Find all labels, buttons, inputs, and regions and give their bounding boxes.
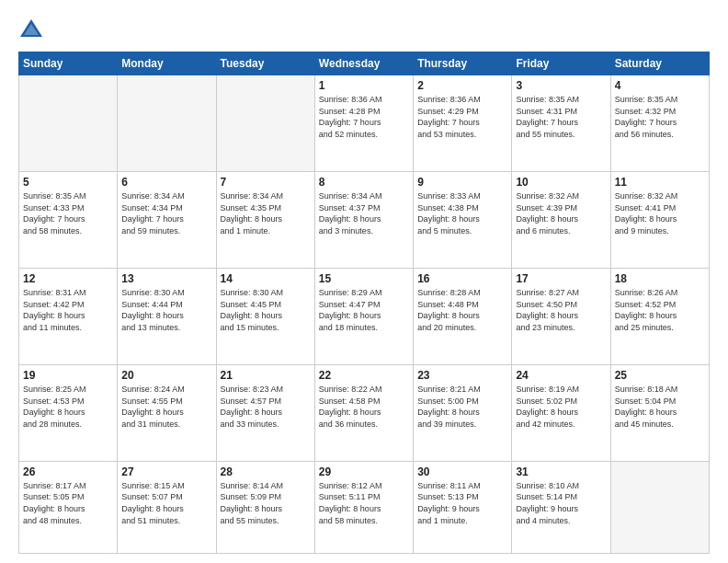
- day-info: Sunrise: 8:25 AM Sunset: 4:53 PM Dayligh…: [23, 384, 113, 430]
- day-number: 15: [319, 272, 409, 285]
- calendar-week-row: 5Sunrise: 8:35 AM Sunset: 4:33 PM Daylig…: [19, 171, 710, 268]
- calendar-cell: 12Sunrise: 8:31 AM Sunset: 4:42 PM Dayli…: [19, 268, 118, 364]
- day-info: Sunrise: 8:14 AM Sunset: 5:09 PM Dayligh…: [221, 480, 311, 526]
- calendar-cell: 8Sunrise: 8:34 AM Sunset: 4:37 PM Daylig…: [314, 171, 413, 268]
- day-number: 17: [516, 272, 606, 285]
- day-info: Sunrise: 8:28 AM Sunset: 4:48 PM Dayligh…: [417, 287, 507, 333]
- day-number: 21: [221, 369, 311, 382]
- calendar-cell: 16Sunrise: 8:28 AM Sunset: 4:48 PM Dayli…: [414, 268, 512, 364]
- day-number: 28: [221, 465, 311, 478]
- calendar-cell: 27Sunrise: 8:15 AM Sunset: 5:07 PM Dayli…: [118, 461, 216, 553]
- day-number: 19: [23, 369, 113, 382]
- day-number: 30: [417, 465, 507, 478]
- day-number: 6: [121, 176, 211, 189]
- day-number: 26: [23, 465, 113, 478]
- logo-icon: [18, 17, 44, 42]
- calendar-cell: 13Sunrise: 8:30 AM Sunset: 4:44 PM Dayli…: [118, 268, 216, 364]
- weekday-header-sunday: Sunday: [19, 52, 118, 75]
- calendar-cell: [610, 461, 709, 553]
- day-info: Sunrise: 8:36 AM Sunset: 4:29 PM Dayligh…: [417, 94, 507, 140]
- calendar-cell: 20Sunrise: 8:24 AM Sunset: 4:55 PM Dayli…: [118, 364, 216, 461]
- day-number: 22: [319, 369, 409, 382]
- calendar-cell: [216, 75, 314, 172]
- calendar-cell: 1Sunrise: 8:36 AM Sunset: 4:28 PM Daylig…: [314, 75, 413, 172]
- header: [18, 17, 710, 42]
- calendar-cell: 26Sunrise: 8:17 AM Sunset: 5:05 PM Dayli…: [19, 461, 118, 553]
- calendar-cell: 2Sunrise: 8:36 AM Sunset: 4:29 PM Daylig…: [414, 75, 512, 172]
- calendar-cell: 15Sunrise: 8:29 AM Sunset: 4:47 PM Dayli…: [314, 268, 413, 364]
- calendar-header-row: SundayMondayTuesdayWednesdayThursdayFrid…: [19, 52, 710, 75]
- day-number: 16: [417, 272, 507, 285]
- day-number: 29: [319, 465, 409, 478]
- weekday-header-friday: Friday: [512, 52, 610, 75]
- weekday-header-saturday: Saturday: [610, 52, 709, 75]
- day-number: 9: [417, 176, 507, 189]
- calendar-cell: 17Sunrise: 8:27 AM Sunset: 4:50 PM Dayli…: [512, 268, 610, 364]
- calendar-week-row: 26Sunrise: 8:17 AM Sunset: 5:05 PM Dayli…: [19, 461, 710, 553]
- day-info: Sunrise: 8:18 AM Sunset: 5:04 PM Dayligh…: [615, 384, 705, 430]
- day-info: Sunrise: 8:26 AM Sunset: 4:52 PM Dayligh…: [615, 287, 705, 333]
- calendar-cell: 5Sunrise: 8:35 AM Sunset: 4:33 PM Daylig…: [19, 171, 118, 268]
- weekday-header-thursday: Thursday: [414, 52, 512, 75]
- day-info: Sunrise: 8:30 AM Sunset: 4:44 PM Dayligh…: [121, 287, 211, 333]
- day-info: Sunrise: 8:36 AM Sunset: 4:28 PM Dayligh…: [319, 94, 409, 140]
- day-number: 5: [23, 176, 113, 189]
- calendar-cell: 9Sunrise: 8:33 AM Sunset: 4:38 PM Daylig…: [414, 171, 512, 268]
- weekday-header-tuesday: Tuesday: [216, 52, 314, 75]
- day-info: Sunrise: 8:21 AM Sunset: 5:00 PM Dayligh…: [417, 384, 507, 430]
- day-number: 25: [615, 369, 705, 382]
- calendar-cell: 6Sunrise: 8:34 AM Sunset: 4:34 PM Daylig…: [118, 171, 216, 268]
- day-info: Sunrise: 8:35 AM Sunset: 4:33 PM Dayligh…: [23, 190, 113, 236]
- calendar-week-row: 12Sunrise: 8:31 AM Sunset: 4:42 PM Dayli…: [19, 268, 710, 364]
- calendar-cell: 30Sunrise: 8:11 AM Sunset: 5:13 PM Dayli…: [414, 461, 512, 553]
- day-number: 13: [121, 272, 211, 285]
- calendar-cell: 10Sunrise: 8:32 AM Sunset: 4:39 PM Dayli…: [512, 171, 610, 268]
- day-number: 18: [615, 272, 705, 285]
- day-number: 23: [417, 369, 507, 382]
- weekday-header-wednesday: Wednesday: [314, 52, 413, 75]
- weekday-header-monday: Monday: [118, 52, 216, 75]
- day-number: 1: [319, 79, 409, 92]
- calendar-table: SundayMondayTuesdayWednesdayThursdayFrid…: [18, 52, 710, 554]
- page: SundayMondayTuesdayWednesdayThursdayFrid…: [0, 0, 728, 563]
- day-info: Sunrise: 8:30 AM Sunset: 4:45 PM Dayligh…: [221, 287, 311, 333]
- day-number: 3: [516, 79, 606, 92]
- day-number: 24: [516, 369, 606, 382]
- day-number: 14: [221, 272, 311, 285]
- day-info: Sunrise: 8:27 AM Sunset: 4:50 PM Dayligh…: [516, 287, 606, 333]
- day-info: Sunrise: 8:29 AM Sunset: 4:47 PM Dayligh…: [319, 287, 409, 333]
- day-number: 7: [221, 176, 311, 189]
- day-number: 11: [615, 176, 705, 189]
- day-info: Sunrise: 8:35 AM Sunset: 4:31 PM Dayligh…: [516, 94, 606, 140]
- calendar-cell: 18Sunrise: 8:26 AM Sunset: 4:52 PM Dayli…: [610, 268, 709, 364]
- calendar-week-row: 1Sunrise: 8:36 AM Sunset: 4:28 PM Daylig…: [19, 75, 710, 172]
- calendar-cell: 28Sunrise: 8:14 AM Sunset: 5:09 PM Dayli…: [216, 461, 314, 553]
- calendar-cell: 3Sunrise: 8:35 AM Sunset: 4:31 PM Daylig…: [512, 75, 610, 172]
- logo: [18, 17, 48, 42]
- day-number: 12: [23, 272, 113, 285]
- day-info: Sunrise: 8:34 AM Sunset: 4:37 PM Dayligh…: [319, 190, 409, 236]
- day-info: Sunrise: 8:22 AM Sunset: 4:58 PM Dayligh…: [319, 384, 409, 430]
- day-number: 27: [121, 465, 211, 478]
- day-info: Sunrise: 8:32 AM Sunset: 4:39 PM Dayligh…: [516, 190, 606, 236]
- day-number: 31: [516, 465, 606, 478]
- calendar-cell: 7Sunrise: 8:34 AM Sunset: 4:35 PM Daylig…: [216, 171, 314, 268]
- day-info: Sunrise: 8:15 AM Sunset: 5:07 PM Dayligh…: [121, 480, 211, 526]
- day-info: Sunrise: 8:10 AM Sunset: 5:14 PM Dayligh…: [516, 480, 606, 526]
- day-info: Sunrise: 8:31 AM Sunset: 4:42 PM Dayligh…: [23, 287, 113, 333]
- day-info: Sunrise: 8:33 AM Sunset: 4:38 PM Dayligh…: [417, 190, 507, 236]
- day-number: 20: [121, 369, 211, 382]
- calendar-cell: 22Sunrise: 8:22 AM Sunset: 4:58 PM Dayli…: [314, 364, 413, 461]
- day-info: Sunrise: 8:34 AM Sunset: 4:35 PM Dayligh…: [221, 190, 311, 236]
- day-number: 2: [417, 79, 507, 92]
- calendar-cell: 25Sunrise: 8:18 AM Sunset: 5:04 PM Dayli…: [610, 364, 709, 461]
- day-info: Sunrise: 8:35 AM Sunset: 4:32 PM Dayligh…: [615, 94, 705, 140]
- day-number: 10: [516, 176, 606, 189]
- calendar-cell: 11Sunrise: 8:32 AM Sunset: 4:41 PM Dayli…: [610, 171, 709, 268]
- calendar-cell: 21Sunrise: 8:23 AM Sunset: 4:57 PM Dayli…: [216, 364, 314, 461]
- calendar-cell: 4Sunrise: 8:35 AM Sunset: 4:32 PM Daylig…: [610, 75, 709, 172]
- calendar-cell: 24Sunrise: 8:19 AM Sunset: 5:02 PM Dayli…: [512, 364, 610, 461]
- calendar-cell: 29Sunrise: 8:12 AM Sunset: 5:11 PM Dayli…: [314, 461, 413, 553]
- day-info: Sunrise: 8:19 AM Sunset: 5:02 PM Dayligh…: [516, 384, 606, 430]
- calendar-week-row: 19Sunrise: 8:25 AM Sunset: 4:53 PM Dayli…: [19, 364, 710, 461]
